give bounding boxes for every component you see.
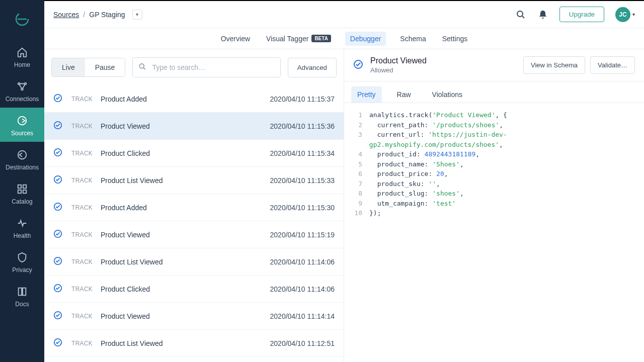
svg-line-12: [522, 16, 524, 18]
sidebar-item-connections[interactable]: Connections: [0, 73, 44, 108]
event-timestamp: 2020/04/10 11:12:51: [270, 339, 335, 347]
topbar: Sources / GP Staging ▾ Upgrade JC ▾: [44, 1, 644, 28]
event-name: Product Viewed: [101, 122, 270, 130]
chevron-down-icon: ▾: [632, 12, 635, 17]
event-row[interactable]: TRACKProduct Added2020/04/10 11:15:30: [44, 194, 344, 221]
upgrade-button[interactable]: Upgrade: [559, 7, 604, 22]
event-timestamp: 2020/04/10 11:15:33: [270, 176, 335, 185]
subtabs: Overview Visual Tagger BETA Debugger Sch…: [44, 28, 644, 49]
check-icon: [53, 338, 62, 348]
event-row[interactable]: TRACKProduct Clicked2020/04/10 11:14:06: [44, 276, 344, 303]
search-icon: [138, 63, 146, 72]
event-list-panel: Live Pause Advanced TRACKProduct Added20…: [44, 49, 344, 362]
check-icon: [53, 94, 62, 104]
event-type: TRACK: [71, 123, 101, 130]
validate-button[interactable]: Validate…: [590, 56, 635, 74]
breadcrumb-root[interactable]: Sources: [53, 11, 79, 19]
avatar: JC: [615, 7, 630, 22]
tab-settings[interactable]: Settings: [440, 31, 470, 47]
event-row[interactable]: TRACKProduct List Viewed2020/04/10 11:15…: [44, 167, 344, 194]
sidebar-item-docs[interactable]: Docs: [0, 279, 44, 313]
event-detail-panel: Product Viewed Allowed View in Schema Va…: [344, 49, 644, 362]
sidebar-item-home[interactable]: Home: [0, 39, 44, 73]
event-name: Product Added: [101, 95, 270, 103]
svg-point-2: [18, 83, 20, 85]
svg-point-13: [140, 64, 144, 68]
svg-point-4: [21, 88, 23, 90]
sidebar-item-health[interactable]: Health: [0, 210, 44, 244]
event-row[interactable]: TRACKProduct Viewed2020/04/10 11:15:36: [44, 113, 344, 140]
code-viewer: 1analytics.track('Product Viewed', {2 cu…: [344, 103, 644, 225]
event-type: TRACK: [71, 231, 101, 238]
sidebar-item-privacy[interactable]: Privacy: [0, 244, 44, 279]
svg-line-14: [144, 68, 145, 69]
event-type: TRACK: [71, 313, 101, 320]
event-type: TRACK: [71, 340, 101, 347]
check-icon: [53, 175, 62, 186]
advanced-button[interactable]: Advanced: [288, 58, 337, 77]
sidebar: HomeConnectionsSourcesDestinationsCatalo…: [0, 0, 44, 362]
logo: [13, 10, 31, 28]
tab-schema[interactable]: Schema: [398, 31, 428, 47]
event-type: TRACK: [71, 258, 101, 265]
search-icon[interactable]: [515, 9, 526, 20]
event-name: Product Viewed: [101, 231, 270, 239]
check-icon: [353, 59, 363, 71]
event-timestamp: 2020/04/10 11:15:37: [270, 95, 335, 103]
detail-title: Product Viewed: [370, 56, 427, 65]
event-row[interactable]: PAGE/2020/03/22 08:53:11: [44, 357, 344, 362]
privacy-icon: [16, 251, 28, 263]
breadcrumb-dropdown[interactable]: ▾: [132, 10, 142, 20]
sources-icon: [16, 115, 28, 127]
tab-violations[interactable]: Violations: [426, 86, 468, 103]
event-name: Product Viewed: [101, 312, 270, 320]
event-row[interactable]: TRACKProduct Viewed2020/04/10 11:14:14: [44, 303, 344, 330]
tab-raw[interactable]: Raw: [391, 86, 417, 103]
check-icon: [53, 202, 62, 213]
sidebar-item-destinations[interactable]: Destinations: [0, 142, 44, 176]
check-icon: [53, 148, 62, 158]
tab-pretty[interactable]: Pretty: [351, 86, 382, 103]
event-timestamp: 2020/04/10 11:15:19: [270, 231, 335, 239]
check-icon: [53, 256, 62, 267]
beta-badge: BETA: [311, 35, 331, 42]
event-row[interactable]: TRACKProduct Clicked2020/04/10 11:15:34: [44, 140, 344, 167]
event-row[interactable]: TRACKProduct List Viewed2020/04/10 11:14…: [44, 248, 344, 276]
event-type: TRACK: [71, 286, 101, 293]
catalog-icon: [16, 183, 28, 195]
event-name: Product Added: [101, 204, 270, 212]
check-icon: [53, 284, 62, 294]
connections-icon: [16, 80, 28, 93]
search-input[interactable]: [132, 57, 280, 77]
event-row[interactable]: TRACKProduct List Viewed2020/04/10 11:12…: [44, 330, 344, 357]
detail-status: Allowed: [370, 66, 427, 74]
event-timestamp: 2020/04/10 11:14:06: [270, 285, 335, 293]
bell-icon[interactable]: [537, 9, 548, 20]
event-type: TRACK: [71, 177, 101, 184]
tab-debugger[interactable]: Debugger: [345, 32, 386, 46]
event-name: Product List Viewed: [101, 258, 270, 266]
live-button[interactable]: Live: [52, 58, 85, 76]
breadcrumb: Sources / GP Staging ▾: [53, 10, 142, 20]
tab-visual-tagger[interactable]: Visual Tagger BETA: [264, 31, 333, 47]
home-icon: [16, 46, 28, 58]
docs-icon: [16, 286, 28, 298]
event-name: Product Clicked: [101, 149, 270, 157]
svg-rect-8: [23, 185, 26, 188]
tab-overview[interactable]: Overview: [219, 31, 252, 47]
svg-rect-10: [23, 190, 26, 193]
health-icon: [16, 217, 28, 229]
event-timestamp: 2020/04/10 11:15:36: [270, 122, 335, 130]
event-timestamp: 2020/04/10 11:14:06: [270, 258, 335, 266]
svg-rect-7: [18, 185, 21, 188]
view-schema-button[interactable]: View in Schema: [523, 56, 585, 74]
event-name: Product List Viewed: [101, 339, 270, 347]
user-menu[interactable]: JC ▾: [615, 7, 635, 22]
sidebar-item-sources[interactable]: Sources: [0, 108, 44, 142]
breadcrumb-current: GP Staging: [89, 11, 125, 19]
pause-button[interactable]: Pause: [85, 58, 125, 76]
destinations-icon: [16, 149, 28, 161]
sidebar-item-catalog[interactable]: Catalog: [0, 176, 44, 210]
event-row[interactable]: TRACKProduct Viewed2020/04/10 11:15:19: [44, 221, 344, 248]
event-row[interactable]: TRACKProduct Added2020/04/10 11:15:37: [44, 85, 344, 113]
